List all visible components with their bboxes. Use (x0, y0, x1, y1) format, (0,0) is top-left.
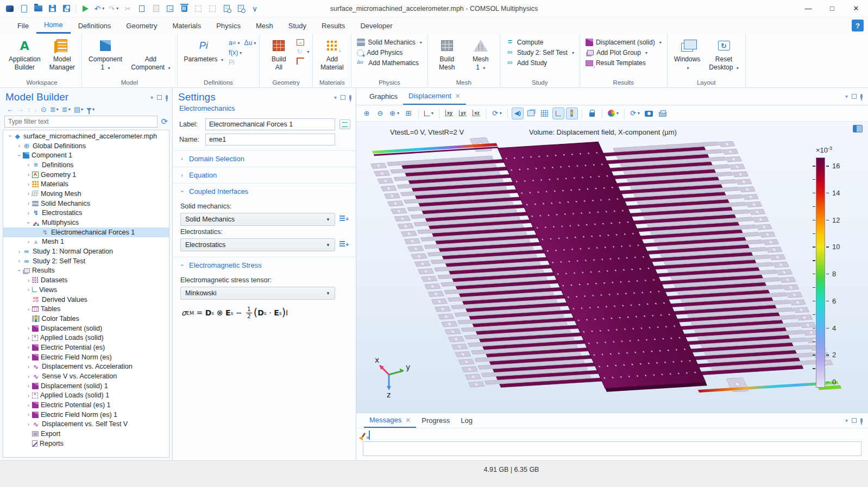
study-2-self-test-button[interactable]: ∞Study 2: Self Test▾ (504, 48, 576, 57)
close-tab-icon[interactable]: ✕ (455, 92, 461, 100)
graphics-viewport[interactable]: VtestL=0 V, VtestR=2 V Volume: Displacem… (356, 122, 868, 413)
add-interface-icon[interactable] (339, 241, 348, 249)
collapsed-chevron-icon[interactable]: › (25, 393, 32, 399)
collapsed-chevron-icon[interactable]: › (16, 258, 23, 264)
collapsed-chevron-icon[interactable]: › (25, 306, 32, 312)
message-log-icon[interactable] (369, 431, 370, 439)
tree-filter-input[interactable] (4, 116, 158, 128)
compute-button[interactable]: =Compute (504, 38, 576, 47)
add-mathematics-button[interactable]: ΔuAdd Mathematics (355, 59, 424, 67)
reset-desktop-button[interactable]: ↻ResetDesktop ▾ (706, 36, 741, 73)
tree-item[interactable]: ›Tables (3, 304, 169, 314)
menu-tab-file[interactable]: File (10, 17, 36, 34)
add-study-button[interactable]: ∞Add Study (504, 59, 576, 67)
add-plot-group-button[interactable]: Add Plot Group▾ (583, 48, 664, 57)
menu-tab-results[interactable]: Results (314, 17, 353, 34)
collapsed-chevron-icon[interactable]: › (25, 162, 32, 168)
collapsed-chevron-icon[interactable]: › (25, 239, 32, 245)
collapsed-chevron-icon[interactable]: › (25, 354, 32, 360)
collapsed-chevron-icon[interactable]: › (25, 383, 32, 389)
tree-item[interactable]: ›Displacement vs. Acceleration (3, 362, 169, 372)
pin-panel-icon[interactable] (860, 418, 863, 423)
tree-item[interactable]: ›Displacement vs. Self Test V (3, 420, 169, 429)
menu-tab-mesh[interactable]: Mesh (248, 17, 281, 34)
add-material-button[interactable]: AddMaterial (316, 36, 348, 73)
solid-mechanics-select[interactable]: Solid Mechanics▼ (180, 213, 335, 226)
update-plot-icon[interactable]: ⟳▾ (628, 107, 641, 119)
variables-button[interactable]: a=▾ (229, 39, 240, 47)
tree-item[interactable]: Reports (3, 439, 169, 448)
view-lock-icon[interactable] (586, 107, 598, 119)
pin-panel-icon[interactable] (166, 95, 168, 100)
panel-menu-icon[interactable]: ▾ (845, 418, 848, 423)
nonlocal-couplings-button[interactable]: Δu▾ (244, 39, 256, 47)
float-panel-icon[interactable] (157, 95, 162, 100)
menu-tab-definitions[interactable]: Definitions (71, 17, 119, 34)
collapsed-chevron-icon[interactable]: › (25, 210, 32, 216)
copy-icon[interactable] (135, 3, 148, 15)
tree-item[interactable]: ›Geometry 1 (3, 170, 169, 180)
collapsed-chevron-icon[interactable]: › (25, 374, 32, 380)
scene-color-icon[interactable]: ▾ (606, 107, 620, 119)
collapsed-chevron-icon[interactable]: › (16, 249, 23, 255)
model-manager-button[interactable]: ModelManager (46, 36, 78, 73)
duplicate-icon[interactable] (163, 3, 177, 15)
refresh-icon[interactable]: ⟳ (161, 117, 168, 127)
collapsed-chevron-icon[interactable]: › (25, 181, 32, 187)
tree-item[interactable]: ›Datasets (3, 275, 169, 285)
tree-item[interactable]: ›Study 2: Self Test (3, 256, 169, 266)
zoom-out-icon[interactable]: ⊖ (374, 107, 386, 119)
close-button[interactable]: ✕ (844, 0, 868, 17)
zoom-extents-icon[interactable]: ⊞ (402, 107, 414, 119)
float-panel-icon[interactable] (341, 95, 345, 100)
mesh-1-button[interactable]: Mesh1 ▾ (465, 36, 496, 73)
tree-item[interactable]: ›Component 1 (3, 150, 169, 160)
menu-tab-physics[interactable]: Physics (209, 17, 248, 34)
tree-item[interactable]: ›Definitions (3, 160, 169, 170)
build-all-button[interactable]: BuildAll (263, 36, 294, 73)
new-file-icon[interactable] (17, 3, 30, 15)
expand-icon[interactable]: ≣▾ (49, 105, 60, 113)
collapsed-chevron-icon[interactable]: › (25, 364, 32, 370)
tree-item[interactable]: ›Solid Mechanics (3, 199, 169, 208)
view-xy-icon[interactable]: xy (443, 107, 455, 119)
collapsed-chevron-icon[interactable]: › (25, 421, 32, 427)
tree-item[interactable]: ›Mesh 1 (3, 237, 169, 247)
label-input[interactable] (205, 118, 335, 130)
windows-button[interactable]: Windows ▾ (671, 36, 704, 73)
minimize-button[interactable]: — (796, 0, 820, 17)
component-1-button[interactable]: Component1 ▾ (85, 36, 125, 73)
close-tab-icon[interactable]: ✕ (405, 416, 411, 424)
tree-item[interactable]: ›Global Definitions (3, 141, 169, 151)
menu-tab-materials[interactable]: Materials (165, 17, 209, 34)
show-axes-icon[interactable] (552, 107, 564, 119)
parameters-button[interactable]: PiParameters ▾ (181, 36, 227, 65)
section-domain-selection[interactable]: › Domain Selection (173, 150, 356, 167)
tree-item[interactable]: ›Electric Field Norm (es) 1 (3, 410, 169, 420)
name-input[interactable] (205, 134, 335, 146)
float-panel-icon[interactable] (852, 418, 857, 423)
tree-item[interactable]: ›Views (3, 285, 169, 295)
collapsed-chevron-icon[interactable]: › (25, 172, 32, 178)
maximize-button[interactable]: □ (820, 0, 844, 17)
collapsed-chevron-icon[interactable]: › (16, 143, 23, 149)
zoom-box-icon[interactable]: ⊕▾ (388, 107, 401, 119)
section-electromagnetic-stress[interactable]: › Electromagnetic Stress (173, 257, 356, 273)
add-physics-button[interactable]: Add Physics (355, 48, 424, 57)
tree-item[interactable]: ›Multiphysics (3, 218, 169, 227)
panel-menu-icon[interactable]: ▾ (150, 94, 153, 100)
show-color-legend-icon[interactable] (566, 107, 578, 119)
tree-item[interactable]: ›Sense V vs. Acceleration (3, 371, 169, 381)
expanded-chevron-icon[interactable]: › (16, 152, 22, 159)
tree-item[interactable]: ›Electric Potential (es) (3, 343, 169, 352)
save-as-icon[interactable] (60, 3, 73, 15)
save-icon[interactable] (46, 3, 59, 15)
tree-item[interactable]: ›Displacement (solid) 1 (3, 381, 169, 391)
collapsed-chevron-icon[interactable]: › (25, 200, 32, 206)
result-templates-button[interactable]: Result Templates (583, 59, 664, 67)
add-interface-icon[interactable] (339, 216, 348, 223)
tab-graphics[interactable]: Graphics (364, 88, 403, 105)
collapsed-chevron-icon[interactable]: › (25, 325, 32, 331)
tab-messages[interactable]: Messages✕ (364, 413, 416, 428)
tab-displacement[interactable]: Displacement✕ (403, 88, 466, 105)
